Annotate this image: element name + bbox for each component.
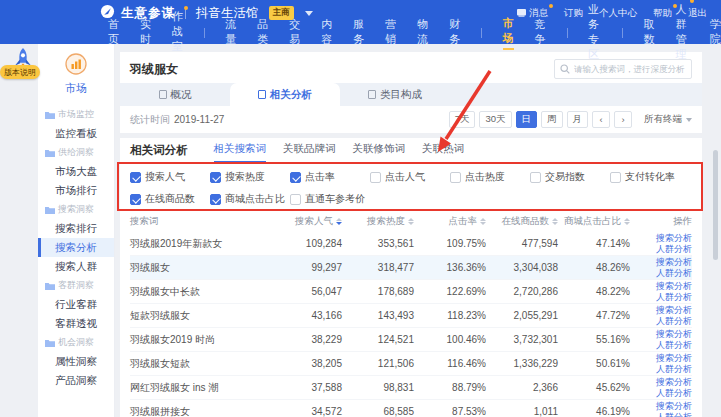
col-search-popularity[interactable]: 搜索人气 bbox=[270, 215, 342, 228]
table-row[interactable]: 短款羽绒服女 43,166 143,493 118.23% 2,055,291 … bbox=[130, 304, 692, 328]
checkbox-unchecked-icon[interactable] bbox=[530, 172, 541, 183]
col-ctr[interactable]: 点击率 bbox=[414, 215, 486, 228]
checkbox-unchecked-icon[interactable] bbox=[370, 172, 381, 183]
table-row[interactable]: 羽绒服拼接女 34,572 68,585 87.53% 1,011 46.19%… bbox=[130, 400, 692, 417]
checkbox-unchecked-icon[interactable] bbox=[610, 172, 621, 183]
checkbox-checked-icon[interactable] bbox=[210, 194, 221, 205]
subtab-related-hot-words[interactable]: 关联热词 bbox=[422, 142, 464, 163]
nav-home[interactable]: 首页 bbox=[108, 17, 119, 49]
nav-traffic[interactable]: 流量 bbox=[225, 17, 236, 49]
table-row[interactable]: 网红羽绒服女 ins 潮 37,588 98,831 88.79% 2,366 … bbox=[130, 376, 692, 400]
sidebar-item-search-crowd[interactable]: 搜索人群 bbox=[38, 257, 114, 276]
table-row[interactable]: 羽绒服2019年新款女 109,284 353,561 109.75% 477,… bbox=[130, 232, 692, 256]
chevron-down-icon[interactable] bbox=[305, 11, 313, 20]
crowd-analysis-link[interactable]: 人群分析 bbox=[656, 268, 692, 279]
crowd-analysis-link[interactable]: 人群分析 bbox=[656, 412, 692, 417]
checkbox-unchecked-icon[interactable] bbox=[290, 194, 301, 205]
checkbox-unchecked-icon[interactable] bbox=[450, 172, 461, 183]
search-analysis-link[interactable]: 搜索分析 bbox=[656, 401, 692, 412]
search-analysis-link[interactable]: 搜索分析 bbox=[656, 377, 692, 388]
sidebar-item-market-overview[interactable]: 市场大盘 bbox=[38, 162, 114, 181]
sidebar-item-market-ranking[interactable]: 市场排行 bbox=[38, 181, 114, 200]
help-link[interactable]: 帮助 bbox=[653, 7, 672, 20]
tab-category-composition[interactable]: 类目构成 bbox=[340, 83, 450, 106]
col-online-products[interactable]: 在线商品数 bbox=[486, 215, 558, 228]
order-link[interactable]: 订购 bbox=[564, 7, 583, 20]
sidebar-item-monitor-board[interactable]: 监控看板 bbox=[38, 124, 114, 143]
sidebar-item-customer-perspective[interactable]: 客群透视 bbox=[38, 314, 114, 333]
checkbox-checked-icon[interactable] bbox=[130, 194, 141, 205]
checkbox-checked-icon[interactable] bbox=[290, 172, 301, 183]
filter-trade-index[interactable]: 交易指数 bbox=[530, 170, 610, 184]
nav-competition[interactable]: 竞争 bbox=[535, 17, 546, 49]
nav-content[interactable]: 内容 bbox=[321, 17, 332, 49]
crowd-analysis-link[interactable]: 人群分析 bbox=[656, 340, 692, 351]
crowd-analysis-link[interactable]: 人群分析 bbox=[656, 364, 692, 375]
unit-day-button[interactable]: 日 bbox=[516, 111, 538, 128]
search-input[interactable] bbox=[574, 64, 686, 74]
search-analysis-link[interactable]: 搜索分析 bbox=[656, 353, 692, 364]
terminal-dropdown[interactable]: 所有终端 bbox=[644, 113, 692, 126]
nav-business-zone[interactable]: 业务专区 bbox=[588, 2, 601, 64]
filter-ztc-reference-price[interactable]: 直通车参考价 bbox=[290, 192, 370, 206]
range-30d-button[interactable]: 30天 bbox=[479, 111, 511, 128]
filter-search-popularity[interactable]: 搜索人气 bbox=[130, 170, 210, 184]
search-analysis-link[interactable]: 搜索分析 bbox=[656, 233, 692, 244]
sidebar-item-industry-customers[interactable]: 行业客群 bbox=[38, 295, 114, 314]
tab-related-analysis[interactable]: 相关分析 bbox=[230, 83, 340, 106]
checkbox-checked-icon[interactable] bbox=[130, 172, 141, 183]
filter-mall-click-share[interactable]: 商城点击占比 bbox=[210, 192, 290, 206]
nav-war-room[interactable]: 作战室 bbox=[172, 9, 183, 56]
table-row[interactable]: 羽绒服女2019 时尚 38,229 124,521 100.46% 3,732… bbox=[130, 328, 692, 352]
filter-pay-conversion[interactable]: 支付转化率 bbox=[610, 170, 690, 184]
nav-academy[interactable]: 学院 bbox=[710, 17, 721, 49]
personal-center-link[interactable]: 个人中心 bbox=[599, 7, 637, 20]
nav-finance[interactable]: 财务 bbox=[449, 17, 460, 49]
sidebar-item-product-insight[interactable]: 产品洞察 bbox=[38, 371, 114, 390]
nav-realtime[interactable]: 实时 bbox=[140, 17, 151, 49]
nav-marketing[interactable]: 营销 bbox=[385, 17, 396, 49]
unit-month-button[interactable]: 月 bbox=[567, 111, 589, 128]
crowd-analysis-link[interactable]: 人群分析 bbox=[656, 316, 692, 327]
sidebar-item-search-ranking[interactable]: 搜索排行 bbox=[38, 219, 114, 238]
search-analysis-link[interactable]: 搜索分析 bbox=[656, 329, 692, 340]
unit-week-button[interactable]: 周 bbox=[541, 111, 563, 128]
vertical-scrollbar[interactable] bbox=[713, 150, 718, 260]
subtab-related-modifier-words[interactable]: 关联修饰词 bbox=[353, 142, 406, 163]
prev-date-button[interactable]: ‹ bbox=[592, 111, 610, 128]
sidebar-item-search-analysis[interactable]: 搜索分析 bbox=[38, 238, 114, 257]
sidebar-item-attribute-insight[interactable]: 属性洞察 bbox=[38, 352, 114, 371]
filter-ctr[interactable]: 点击率 bbox=[290, 170, 370, 184]
filter-click-popularity[interactable]: 点击人气 bbox=[370, 170, 450, 184]
col-mall-click-share[interactable]: 商城点击占比 bbox=[558, 215, 630, 228]
logout-link[interactable]: 退出 bbox=[688, 7, 707, 20]
table-row[interactable]: 羽绒服女 99,297 318,477 136.36% 3,304,038 48… bbox=[130, 256, 692, 280]
search-analysis-link[interactable]: 搜索分析 bbox=[656, 281, 692, 292]
filter-online-products[interactable]: 在线商品数 bbox=[130, 192, 210, 206]
filter-click-heat[interactable]: 点击热度 bbox=[450, 170, 530, 184]
tab-overview[interactable]: 概况 bbox=[120, 83, 230, 106]
version-notes-badge[interactable]: 版本说明 bbox=[0, 65, 40, 79]
search-analysis-link[interactable]: 搜索分析 bbox=[656, 257, 692, 268]
range-7d-button[interactable]: 7天 bbox=[449, 111, 476, 128]
nav-crowd-management[interactable]: 人群管理 bbox=[676, 2, 689, 64]
subtab-related-search-words[interactable]: 相关搜索词 bbox=[214, 142, 267, 163]
nav-service[interactable]: 服务 bbox=[353, 17, 364, 49]
crowd-analysis-link[interactable]: 人群分析 bbox=[656, 388, 692, 399]
subtab-related-brand-words[interactable]: 关联品牌词 bbox=[283, 142, 336, 163]
nav-category[interactable]: 品类 bbox=[257, 17, 268, 49]
app-logo[interactable]: 生意参谋 抖音生活馆 主商 bbox=[100, 4, 313, 23]
nav-logistics[interactable]: 物流 bbox=[417, 17, 428, 49]
search-analysis-link[interactable]: 搜索分析 bbox=[656, 305, 692, 316]
table-row[interactable]: 羽绒服女短款 38,205 121,506 116.46% 1,336,229 … bbox=[130, 352, 692, 376]
crowd-analysis-link[interactable]: 人群分析 bbox=[656, 244, 692, 255]
nav-trade[interactable]: 交易 bbox=[289, 17, 300, 49]
filter-search-heat[interactable]: 搜索热度 bbox=[210, 170, 290, 184]
nav-data-extract[interactable]: 取数 bbox=[644, 17, 655, 49]
keyword-search-box[interactable] bbox=[554, 59, 692, 79]
crowd-analysis-link[interactable]: 人群分析 bbox=[656, 292, 692, 303]
nav-market[interactable]: 市场 bbox=[503, 16, 514, 50]
table-row[interactable]: 羽绒服女中长款 56,047 178,689 122.69% 2,720,286… bbox=[130, 280, 692, 304]
col-search-heat[interactable]: 搜索热度 bbox=[342, 215, 414, 228]
checkbox-checked-icon[interactable] bbox=[210, 172, 221, 183]
